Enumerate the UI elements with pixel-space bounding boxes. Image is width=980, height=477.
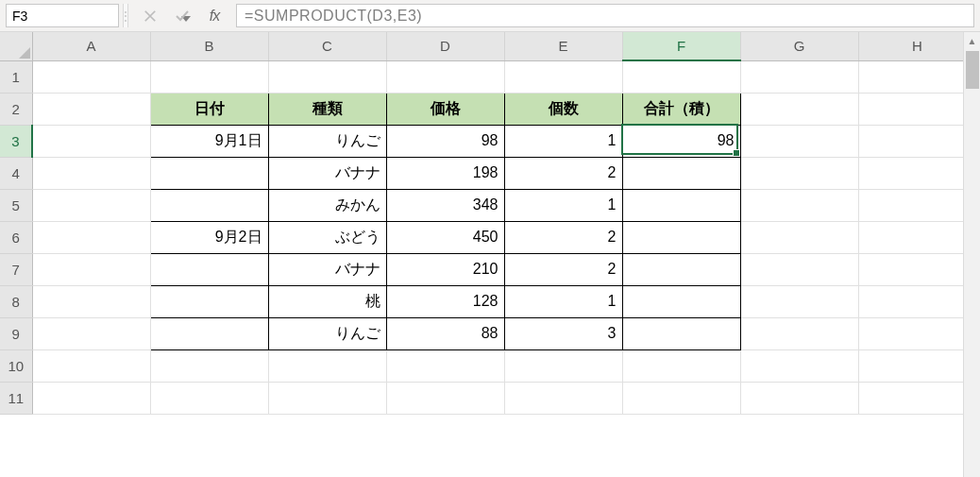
col-header-G[interactable]: G xyxy=(740,32,858,60)
cell-F7[interactable] xyxy=(622,253,740,285)
cell-D2[interactable]: 価格 xyxy=(386,93,504,125)
cell-A3[interactable] xyxy=(32,125,150,157)
cell-F4[interactable] xyxy=(622,157,740,189)
cell-C8[interactable]: 桃 xyxy=(268,285,386,317)
cell-B1[interactable] xyxy=(150,60,268,93)
cell-C2[interactable]: 種類 xyxy=(268,93,386,125)
cell-D9[interactable]: 88 xyxy=(386,317,504,349)
cell-C4[interactable]: バナナ xyxy=(268,157,386,189)
row-header-2[interactable]: 2 xyxy=(0,93,32,125)
cell-H1[interactable] xyxy=(858,60,976,93)
cell-D5[interactable]: 348 xyxy=(386,189,504,221)
cell-A6[interactable] xyxy=(32,221,150,253)
cell-B3[interactable]: 9月1日 xyxy=(150,125,268,157)
cell-G6[interactable] xyxy=(740,221,858,253)
select-all-corner[interactable] xyxy=(0,32,32,60)
cell-F10[interactable] xyxy=(622,349,740,382)
row-header-1[interactable]: 1 xyxy=(0,60,32,93)
cell-B2[interactable]: 日付 xyxy=(150,93,268,125)
cell-D3[interactable]: 98 xyxy=(386,125,504,157)
cell-C3[interactable]: りんご xyxy=(268,125,386,157)
cell-C10[interactable] xyxy=(268,349,386,382)
row-header-6[interactable]: 6 xyxy=(0,221,32,253)
formula-input-container[interactable] xyxy=(236,4,974,27)
cell-G11[interactable] xyxy=(740,382,858,414)
cell-B9[interactable] xyxy=(150,317,268,349)
cell-H9[interactable] xyxy=(858,317,976,349)
cell-F2[interactable]: 合計（積） xyxy=(622,93,740,125)
cell-B7[interactable] xyxy=(150,253,268,285)
cell-A5[interactable] xyxy=(32,189,150,221)
cell-F8[interactable] xyxy=(622,285,740,317)
cell-A7[interactable] xyxy=(32,253,150,285)
cell-F5[interactable] xyxy=(622,189,740,221)
cell-G9[interactable] xyxy=(740,317,858,349)
cell-A1[interactable] xyxy=(32,60,150,93)
cell-H8[interactable] xyxy=(858,285,976,317)
cell-A2[interactable] xyxy=(32,93,150,125)
confirm-icon[interactable] xyxy=(174,8,191,25)
cell-E9[interactable]: 3 xyxy=(504,317,622,349)
cell-B10[interactable] xyxy=(150,349,268,382)
cell-G3[interactable] xyxy=(740,125,858,157)
cell-G1[interactable] xyxy=(740,60,858,93)
cell-B8[interactable] xyxy=(150,285,268,317)
cell-E11[interactable] xyxy=(504,382,622,414)
cell-C5[interactable]: みかん xyxy=(268,189,386,221)
cell-F6[interactable] xyxy=(622,221,740,253)
cell-D1[interactable] xyxy=(386,60,504,93)
col-header-F[interactable]: F xyxy=(622,32,740,60)
cell-C6[interactable]: ぶどう xyxy=(268,221,386,253)
cell-C9[interactable]: りんご xyxy=(268,317,386,349)
cell-D4[interactable]: 198 xyxy=(386,157,504,189)
col-header-B[interactable]: B xyxy=(150,32,268,60)
cell-G7[interactable] xyxy=(740,253,858,285)
cell-E2[interactable]: 個数 xyxy=(504,93,622,125)
cell-A9[interactable] xyxy=(32,317,150,349)
cell-H2[interactable] xyxy=(858,93,976,125)
cell-G10[interactable] xyxy=(740,349,858,382)
cell-H11[interactable] xyxy=(858,382,976,414)
row-header-10[interactable]: 10 xyxy=(0,349,32,382)
cell-E7[interactable]: 2 xyxy=(504,253,622,285)
col-header-D[interactable]: D xyxy=(386,32,504,60)
name-box[interactable] xyxy=(6,4,119,27)
formula-input[interactable] xyxy=(245,8,966,25)
cell-G4[interactable] xyxy=(740,157,858,189)
cell-H5[interactable] xyxy=(858,189,976,221)
cell-A10[interactable] xyxy=(32,349,150,382)
cell-D7[interactable]: 210 xyxy=(386,253,504,285)
cell-H10[interactable] xyxy=(858,349,976,382)
col-header-E[interactable]: E xyxy=(504,32,622,60)
cell-C1[interactable] xyxy=(268,60,386,93)
fx-icon[interactable]: fx xyxy=(206,8,223,25)
cell-B11[interactable] xyxy=(150,382,268,414)
row-header-8[interactable]: 8 xyxy=(0,285,32,317)
cell-D10[interactable] xyxy=(386,349,504,382)
cell-B4[interactable] xyxy=(150,157,268,189)
cell-H7[interactable] xyxy=(858,253,976,285)
row-header-9[interactable]: 9 xyxy=(0,317,32,349)
cell-C7[interactable]: バナナ xyxy=(268,253,386,285)
cell-F1[interactable] xyxy=(622,60,740,93)
cell-F11[interactable] xyxy=(622,382,740,414)
cell-D8[interactable]: 128 xyxy=(386,285,504,317)
cell-A8[interactable] xyxy=(32,285,150,317)
row-header-3[interactable]: 3 xyxy=(0,125,32,157)
row-header-7[interactable]: 7 xyxy=(0,253,32,285)
row-header-5[interactable]: 5 xyxy=(0,189,32,221)
cell-E10[interactable] xyxy=(504,349,622,382)
cancel-icon[interactable] xyxy=(142,8,159,25)
cell-A4[interactable] xyxy=(32,157,150,189)
vertical-scroll-thumb[interactable] xyxy=(966,51,979,89)
cell-H6[interactable] xyxy=(858,221,976,253)
vertical-scrollbar[interactable]: ▲ xyxy=(963,32,980,477)
cell-H3[interactable] xyxy=(858,125,976,157)
cell-G2[interactable] xyxy=(740,93,858,125)
cell-F9[interactable] xyxy=(622,317,740,349)
scroll-up-icon[interactable]: ▲ xyxy=(964,32,981,49)
col-header-H[interactable]: H xyxy=(858,32,976,60)
col-header-A[interactable]: A xyxy=(32,32,150,60)
cell-F3[interactable]: 98 xyxy=(622,125,740,157)
cell-B5[interactable] xyxy=(150,189,268,221)
